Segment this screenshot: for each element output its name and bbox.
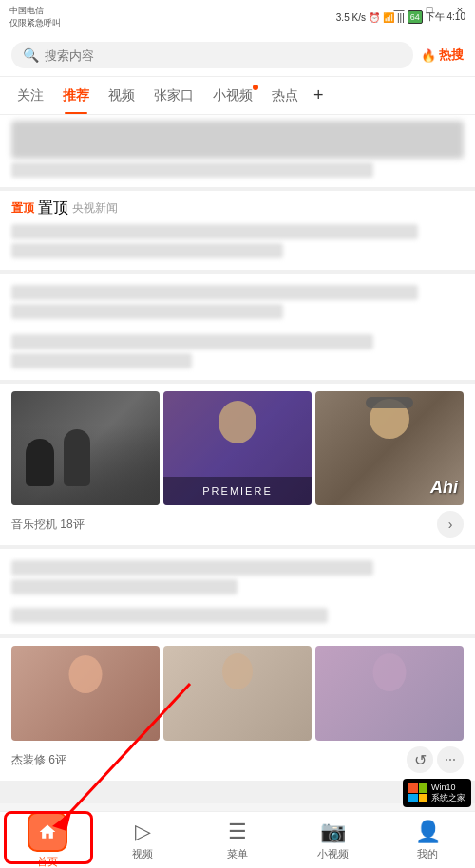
thumbnail-2[interactable]: PREMIERE <box>163 391 312 505</box>
watermark-box: Win10 系统之家 <box>403 779 471 807</box>
search-bar: 🔍 🔥 热搜 <box>0 34 475 77</box>
close-button[interactable]: × <box>445 0 475 19</box>
nav-tabs: 关注 推荐 视频 张家口 小视频 热点 + <box>0 77 475 115</box>
carrier-sub: 仅限紧急呼叫 <box>10 17 61 29</box>
camera-icon: 📷 <box>320 820 346 844</box>
fire-icon: 🔥 <box>421 48 436 63</box>
text-card-2 <box>0 549 475 634</box>
text-row-6 <box>11 579 238 594</box>
carrier-info: 中国电信 仅限紧急呼叫 <box>10 5 61 29</box>
profile-label: 我的 <box>417 847 438 861</box>
short-video-dot <box>253 85 258 90</box>
card-meta-1: 音乐挖机 18评 › <box>11 511 464 538</box>
figure-2 <box>64 429 90 486</box>
face-6 <box>373 653 407 691</box>
ahi-text: Ahi <box>430 478 458 498</box>
hot-search-label: 热搜 <box>439 47 464 64</box>
carrier-name: 中国电信 <box>10 5 61 17</box>
pinned-text-1 <box>11 224 418 239</box>
face-4 <box>69 655 103 693</box>
thumbnail-5[interactable] <box>163 646 312 741</box>
thumbnail-1[interactable] <box>11 391 160 505</box>
tab-short-video-bar[interactable]: 📷 小视频 <box>285 814 380 867</box>
pinned-section: 置顶 置顶 央视新闻 <box>0 191 475 270</box>
win-quadrant-4 <box>419 794 428 803</box>
rotate-button[interactable]: ↺ <box>407 746 433 773</box>
tab-hot[interactable]: 热点 <box>262 77 308 114</box>
pinned-source: 央视新闻 <box>72 200 118 217</box>
content-area: 置顶 置顶 央视新闻 PREMIERE <box>0 115 475 803</box>
win-quadrant-2 <box>419 783 428 793</box>
tab-videos[interactable]: ▷ 视频 <box>95 814 190 867</box>
card2-label: 杰装修 6评 <box>11 752 66 768</box>
menu-label: 菜单 <box>227 847 248 861</box>
search-input[interactable] <box>45 48 402 63</box>
text-card <box>0 274 475 380</box>
banner-image <box>11 121 464 159</box>
videos-label: 视频 <box>132 847 153 861</box>
text-row-1 <box>11 285 418 300</box>
tab-zhangjiakou[interactable]: 张家口 <box>144 77 203 114</box>
menu-icon: ☰ <box>228 820 247 844</box>
home-tab-highlight <box>4 811 93 864</box>
watermark-text: Win10 系统之家 <box>431 783 466 803</box>
headphones <box>366 397 413 408</box>
text-row-7 <box>11 608 328 623</box>
alarm-icon: ⏰ <box>369 12 380 23</box>
play-icon: ▷ <box>135 820 151 844</box>
card-meta-2: 杰装修 6评 ↺ ⋯ <box>11 746 464 773</box>
win10-logo <box>408 783 428 802</box>
image-row-2 <box>11 646 464 741</box>
text-row-5 <box>11 560 373 576</box>
search-input-wrap[interactable]: 🔍 <box>11 42 413 68</box>
watermark: Win10 系统之家 <box>403 779 471 807</box>
add-tab-button[interactable]: + <box>308 85 330 105</box>
pinned-tag-text: 置顶 <box>38 198 68 218</box>
tab-menu[interactable]: ☰ 菜单 <box>190 814 285 867</box>
card1-more-button[interactable]: › <box>437 511 464 538</box>
thumbnail-6[interactable] <box>315 646 464 741</box>
tab-recommend[interactable]: 推荐 <box>53 77 99 114</box>
search-icon: 🔍 <box>23 47 39 63</box>
card1-label: 音乐挖机 18评 <box>11 517 85 533</box>
text-row-3 <box>11 334 373 349</box>
tab-profile[interactable]: 👤 我的 <box>380 814 475 867</box>
image-row-1: PREMIERE Ahi <box>11 391 464 505</box>
more-button[interactable]: ⋯ <box>437 746 464 773</box>
tab-short-video[interactable]: 小视频 <box>203 77 262 114</box>
face-5 <box>222 653 253 689</box>
figure-1 <box>26 439 54 486</box>
banner-text-1 <box>11 162 373 178</box>
pinned-text-2 <box>11 243 283 258</box>
person-icon: 👤 <box>415 820 441 844</box>
tab-video[interactable]: 视频 <box>99 77 144 114</box>
tab-follow[interactable]: 关注 <box>8 77 53 114</box>
hot-search-button[interactable]: 🔥 热搜 <box>421 47 464 64</box>
face-2 <box>218 401 256 443</box>
media-card-2: 杰装修 6评 ↺ ⋯ <box>0 638 475 781</box>
premiere-tag: PREMIERE <box>163 477 312 505</box>
short-video-bar-label: 小视频 <box>317 847 349 861</box>
maximize-button[interactable]: □ <box>414 0 445 19</box>
network-speed: 3.5 K/s <box>336 12 366 23</box>
text-row-4 <box>11 353 192 368</box>
top-banner <box>0 115 475 187</box>
pinned-header: 置顶 置顶 央视新闻 <box>11 198 464 218</box>
win-quadrant-3 <box>408 794 418 803</box>
thumbnail-3[interactable]: Ahi <box>315 391 464 505</box>
thumbnail-4[interactable] <box>11 646 160 741</box>
text-row-2 <box>11 304 283 319</box>
window-controls: — □ × <box>384 0 475 19</box>
pinned-tag: 置顶 <box>11 200 34 217</box>
media-card-1: PREMIERE Ahi 音乐挖机 18评 › <box>0 384 475 545</box>
card2-actions: ↺ ⋯ <box>407 746 464 773</box>
minimize-button[interactable]: — <box>384 0 414 19</box>
win-quadrant-1 <box>408 783 418 793</box>
